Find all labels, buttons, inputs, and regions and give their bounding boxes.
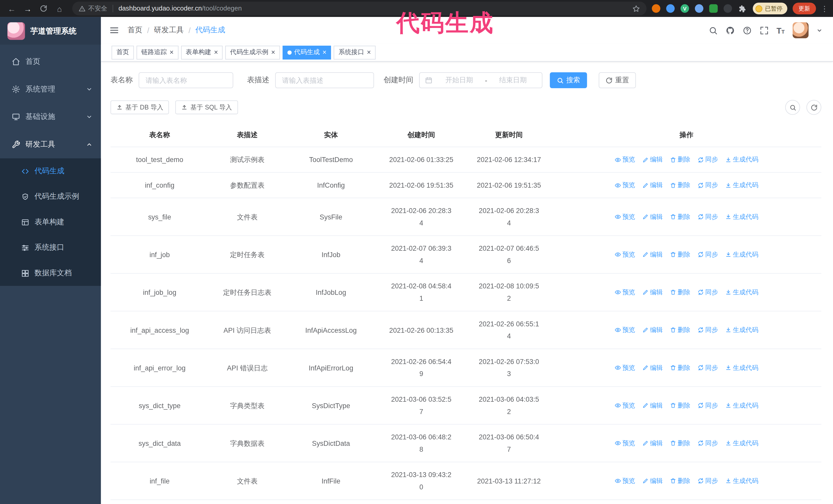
edit-link[interactable]: 编辑 — [642, 400, 663, 412]
sync-link[interactable]: 同步 — [697, 211, 718, 223]
preview-link[interactable]: 预览 — [614, 400, 635, 412]
refresh-table-button[interactable] — [806, 100, 821, 115]
sidebar-item-home[interactable]: 首页 — [0, 48, 101, 76]
toggle-search-button[interactable] — [785, 100, 800, 115]
preview-link[interactable]: 预览 — [614, 361, 635, 374]
edit-link[interactable]: 编辑 — [642, 153, 663, 166]
date-range-picker[interactable]: 开始日期 - 结束日期 — [419, 72, 542, 88]
sidebar-item-system[interactable]: 系统管理 — [0, 75, 101, 103]
preview-link[interactable]: 预览 — [614, 153, 635, 166]
sync-link[interactable]: 同步 — [697, 361, 718, 374]
edit-link[interactable]: 编辑 — [642, 211, 663, 223]
generate-code-link[interactable]: 生成代码 — [725, 179, 758, 191]
logo[interactable]: 芋道管理系统 — [0, 17, 101, 45]
generate-code-link[interactable]: 生成代码 — [725, 361, 758, 374]
edit-link[interactable]: 编辑 — [642, 361, 663, 374]
delete-link[interactable]: 删除 — [670, 324, 690, 336]
table-desc-input[interactable] — [275, 72, 374, 88]
tab[interactable]: 首页 — [112, 45, 134, 59]
delete-link[interactable]: 删除 — [670, 361, 690, 374]
sidebar-item-system-api[interactable]: 系统接口 — [0, 235, 101, 260]
tab-close-icon[interactable]: × — [367, 49, 371, 56]
forward-icon[interactable]: → — [20, 2, 35, 16]
sync-link[interactable]: 同步 — [697, 179, 718, 191]
reload-icon[interactable] — [36, 2, 51, 16]
fullscreen-icon[interactable] — [759, 25, 768, 35]
sidebar-item-db-doc[interactable]: 数据库文档 — [0, 261, 101, 286]
tab[interactable]: 代码生成示例 × — [225, 45, 280, 59]
edit-link[interactable]: 编辑 — [642, 248, 663, 261]
sync-link[interactable]: 同步 — [697, 324, 718, 336]
generate-code-link[interactable]: 生成代码 — [725, 248, 758, 261]
breadcrumb-devtools[interactable]: 研发工具 — [154, 25, 184, 35]
sync-link[interactable]: 同步 — [697, 286, 718, 298]
generate-code-link[interactable]: 生成代码 — [725, 437, 758, 449]
delete-link[interactable]: 删除 — [670, 400, 690, 412]
font-size-icon[interactable]: TT — [777, 26, 785, 35]
edit-link[interactable]: 编辑 — [642, 324, 663, 336]
tab-close-icon[interactable]: × — [169, 49, 173, 56]
edit-link[interactable]: 编辑 — [642, 475, 663, 487]
search-button[interactable]: 搜索 — [550, 72, 587, 88]
tab-close-icon[interactable]: × — [323, 49, 327, 56]
extensions-puzzle-icon[interactable] — [738, 4, 746, 13]
sidebar-item-devtools[interactable]: 研发工具 — [0, 131, 101, 159]
avatar-caret-icon[interactable] — [816, 25, 823, 35]
sync-link[interactable]: 同步 — [697, 437, 718, 449]
tab[interactable]: 系统接口 × — [334, 45, 376, 59]
preview-link[interactable]: 预览 — [614, 248, 635, 261]
hamburger-icon[interactable] — [110, 25, 119, 35]
paused-badge[interactable]: 已暂停 — [753, 3, 787, 14]
browser-menu-icon[interactable]: ⋮ — [820, 4, 829, 13]
delete-link[interactable]: 删除 — [670, 437, 690, 449]
sidebar-item-infra[interactable]: 基础设施 — [0, 103, 101, 131]
generate-code-link[interactable]: 生成代码 — [725, 324, 758, 336]
home-icon[interactable]: ⌂ — [52, 2, 67, 16]
sidebar-item-codegen[interactable]: 代码生成 — [0, 159, 101, 184]
extension-icon-dark[interactable] — [723, 4, 732, 13]
sync-link[interactable]: 同步 — [697, 400, 718, 412]
sync-link[interactable]: 同步 — [697, 248, 718, 261]
preview-link[interactable]: 预览 — [614, 211, 635, 223]
extension-icon-green[interactable] — [709, 4, 718, 13]
avatar[interactable] — [792, 22, 808, 38]
import-db-button[interactable]: 基于 DB 导入 — [111, 100, 169, 114]
sync-link[interactable]: 同步 — [697, 475, 718, 487]
delete-link[interactable]: 删除 — [670, 211, 690, 223]
generate-code-link[interactable]: 生成代码 — [725, 286, 758, 298]
edit-link[interactable]: 编辑 — [642, 437, 663, 449]
sidebar-item-form-builder[interactable]: 表单构建 — [0, 210, 101, 235]
preview-link[interactable]: 预览 — [614, 286, 635, 298]
back-icon[interactable]: ← — [4, 2, 19, 16]
extension-icon-orange[interactable] — [652, 4, 660, 13]
tab[interactable]: 链路追踪 × — [137, 45, 178, 59]
sync-link[interactable]: 同步 — [697, 153, 718, 166]
github-icon[interactable] — [725, 25, 735, 35]
generate-code-link[interactable]: 生成代码 — [725, 211, 758, 223]
tab-close-icon[interactable]: × — [271, 49, 275, 56]
reset-button[interactable]: 重置 — [599, 72, 636, 88]
tab-close-icon[interactable]: × — [214, 49, 218, 56]
edit-link[interactable]: 编辑 — [642, 286, 663, 298]
edit-link[interactable]: 编辑 — [642, 179, 663, 191]
generate-code-link[interactable]: 生成代码 — [725, 400, 758, 412]
delete-link[interactable]: 删除 — [670, 179, 690, 191]
bookmark-star-icon[interactable] — [632, 4, 640, 13]
extension-icon-vue[interactable]: V — [681, 4, 689, 13]
delete-link[interactable]: 删除 — [670, 248, 690, 261]
delete-link[interactable]: 删除 — [670, 475, 690, 487]
table-name-input[interactable] — [139, 72, 233, 88]
search-icon[interactable] — [709, 25, 717, 35]
preview-link[interactable]: 预览 — [614, 324, 635, 336]
delete-link[interactable]: 删除 — [670, 286, 690, 298]
extension-icon-blue[interactable] — [666, 4, 674, 13]
update-button[interactable]: 更新 — [792, 3, 816, 14]
import-sql-button[interactable]: 基于 SQL 导入 — [175, 100, 238, 114]
breadcrumb-home[interactable]: 首页 — [127, 25, 142, 35]
tab[interactable]: 表单构建 × — [181, 45, 223, 59]
generate-code-link[interactable]: 生成代码 — [725, 475, 758, 487]
sidebar-item-codegen-example[interactable]: 代码生成示例 — [0, 184, 101, 209]
tab[interactable]: 代码生成 × — [282, 45, 331, 59]
preview-link[interactable]: 预览 — [614, 179, 635, 191]
address-bar[interactable]: 不安全 dashboard.yudao.iocoder.cn/tool/code… — [72, 2, 647, 16]
